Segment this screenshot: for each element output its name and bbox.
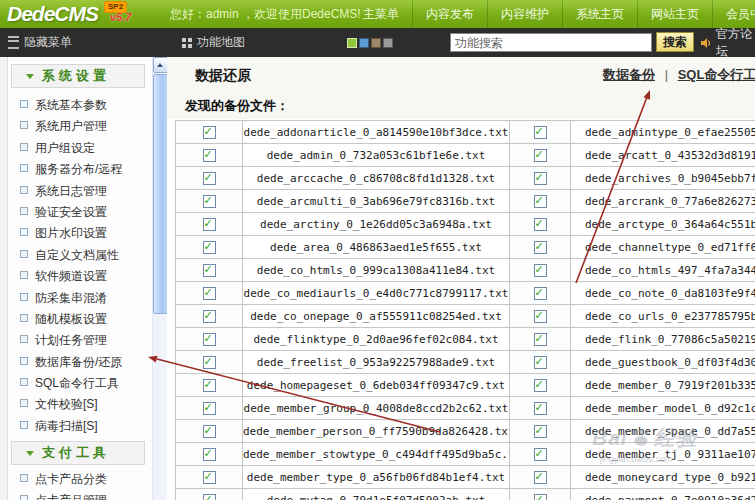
checked-checkbox[interactable] (534, 402, 547, 415)
sidebar-item[interactable]: 用户组设定 (0, 136, 152, 157)
sidebar-section-payment-tools[interactable]: 支付工具 (11, 441, 145, 465)
table-row: dede_homepageset_0_6deb034ff09347c9.txtd… (176, 374, 755, 397)
sidebar-item-label: 点卡产品分类 (35, 472, 107, 486)
sidebar-section-system-settings[interactable]: 系统设置 (11, 64, 145, 88)
sidebar-item[interactable]: 数据库备份/还原 (0, 350, 152, 371)
function-map-button[interactable]: 功能地图 (182, 28, 245, 57)
bullet-icon (20, 357, 28, 365)
checked-checkbox[interactable] (534, 195, 547, 208)
checked-checkbox[interactable] (534, 264, 547, 277)
checked-checkbox[interactable] (534, 241, 547, 254)
checked-checkbox[interactable] (203, 448, 216, 461)
welcome-text: 您好：admin ，欢迎使用DedeCMS! (170, 0, 361, 28)
sidebar-item[interactable]: 图片水印设置 (0, 221, 152, 242)
checked-checkbox[interactable] (534, 172, 547, 185)
sidebar-item[interactable]: 系统日志管理 (0, 179, 152, 200)
sidebar-item[interactable]: 软件频道设置 (0, 264, 152, 285)
search-input[interactable] (450, 33, 652, 52)
sidebar-item[interactable]: 点卡产品分类 (0, 467, 152, 488)
data-backup-link[interactable]: 数据备份 (603, 67, 655, 82)
top-menu-item[interactable]: 会员中心 (712, 0, 755, 28)
checked-checkbox[interactable] (203, 172, 216, 185)
section-title: 支付工具 (42, 444, 110, 462)
checkbox-cell (510, 443, 571, 466)
official-forum-link[interactable]: 官方论坛 (700, 28, 755, 57)
sidebar-item[interactable]: 自定义文档属性 (0, 243, 152, 264)
search-button[interactable]: 搜索 (656, 32, 694, 52)
checked-checkbox[interactable] (203, 425, 216, 438)
sidebar-item-label: 随机模板设置 (35, 312, 107, 326)
scrollbar-up-arrow[interactable] (153, 57, 168, 73)
backup-filename: dede_arctiny_0_1e26dd05c3a6948a.txt (243, 213, 510, 236)
top-header-bar: DedeCMS SP2 v5.7 您好：admin ，欢迎使用DedeCMS! … (0, 0, 755, 28)
checked-checkbox[interactable] (203, 149, 216, 162)
checked-checkbox[interactable] (534, 471, 547, 484)
top-menu-item[interactable]: 主菜单 (350, 0, 412, 28)
grid-icon (182, 38, 192, 48)
checked-checkbox[interactable] (203, 264, 216, 277)
skin-color-swatch[interactable] (383, 38, 393, 48)
skin-color-swatch[interactable] (347, 38, 357, 48)
checked-checkbox[interactable] (203, 494, 216, 500)
top-menu-item[interactable]: 网站主页 (637, 0, 712, 28)
checked-checkbox[interactable] (203, 379, 216, 392)
checked-checkbox[interactable] (534, 149, 547, 162)
page-title: 数据还原 (195, 57, 251, 93)
checked-checkbox[interactable] (534, 287, 547, 300)
checkbox-cell (176, 443, 243, 466)
checked-checkbox[interactable] (203, 241, 216, 254)
sidebar-item[interactable]: 点卡产品管理 (0, 488, 152, 500)
sidebar-list-payment: 点卡产品分类点卡产品管理 (0, 467, 152, 500)
checked-checkbox[interactable] (534, 494, 547, 500)
checkbox-cell (510, 167, 571, 190)
sidebar-item[interactable]: 文件校验[S] (0, 392, 152, 413)
sql-tool-link[interactable]: SQL命令行工具 (678, 67, 755, 82)
hide-menu-button[interactable]: 隐藏菜单 (8, 28, 72, 57)
checked-checkbox[interactable] (203, 471, 216, 484)
sidebar-item[interactable]: 服务器分布/远程 (0, 157, 152, 178)
checked-checkbox[interactable] (203, 402, 216, 415)
checked-checkbox[interactable] (203, 333, 216, 346)
backup-filename: dede_co_htmls_497_4fa7a3442e (571, 259, 755, 282)
skin-color-swatch[interactable] (359, 38, 369, 48)
backup-filename: dede_area_0_486863aed1e5f655.txt (243, 236, 510, 259)
sidebar-item[interactable]: 验证安全设置 (0, 200, 152, 221)
checked-checkbox[interactable] (534, 379, 547, 392)
checked-checkbox[interactable] (534, 218, 547, 231)
checked-checkbox[interactable] (203, 218, 216, 231)
checkbox-cell (176, 374, 243, 397)
sidebar-item[interactable]: 防采集串混淆 (0, 286, 152, 307)
sidebar-item-label: 服务器分布/远程 (35, 162, 122, 176)
scrollbar-thumb[interactable] (153, 74, 168, 314)
top-menu-item[interactable]: 系统主页 (562, 0, 637, 28)
sidebar-item[interactable]: 病毒扫描[S] (0, 414, 152, 435)
speaker-icon (700, 37, 712, 49)
backup-filename: dede_arcmulti_0_3ab696e79fc8316b.txt (243, 190, 510, 213)
bullet-icon (20, 143, 28, 151)
checked-checkbox[interactable] (534, 448, 547, 461)
skin-color-swatch[interactable] (371, 38, 381, 48)
top-menu-item[interactable]: 内容维护 (487, 0, 562, 28)
checked-checkbox[interactable] (534, 310, 547, 323)
checked-checkbox[interactable] (534, 425, 547, 438)
checked-checkbox[interactable] (203, 195, 216, 208)
checked-checkbox[interactable] (534, 356, 547, 369)
checked-checkbox[interactable] (203, 287, 216, 300)
sidebar-item[interactable]: 计划任务管理 (0, 328, 152, 349)
checked-checkbox[interactable] (203, 310, 216, 323)
checked-checkbox[interactable] (534, 333, 547, 346)
bullet-icon (20, 207, 28, 215)
sidebar-item[interactable]: SQL命令行工具 (0, 371, 152, 392)
sidebar-scrollbar[interactable] (152, 57, 168, 500)
sidebar-item[interactable]: 系统用户管理 (0, 114, 152, 135)
sidebar-item-label: 图片水印设置 (35, 226, 107, 240)
sidebar-item[interactable]: 随机模板设置 (0, 307, 152, 328)
checked-checkbox[interactable] (203, 356, 216, 369)
forum-label: 官方论坛 (716, 26, 755, 60)
top-menu-item[interactable]: 内容发布 (412, 0, 487, 28)
sidebar-item[interactable]: 系统基本参数 (0, 93, 152, 114)
checkbox-cell (510, 305, 571, 328)
table-row: dede_co_mediaurls_0_e4d0c771c8799117.txt… (176, 282, 755, 305)
checked-checkbox[interactable] (203, 126, 216, 139)
checked-checkbox[interactable] (534, 126, 547, 139)
